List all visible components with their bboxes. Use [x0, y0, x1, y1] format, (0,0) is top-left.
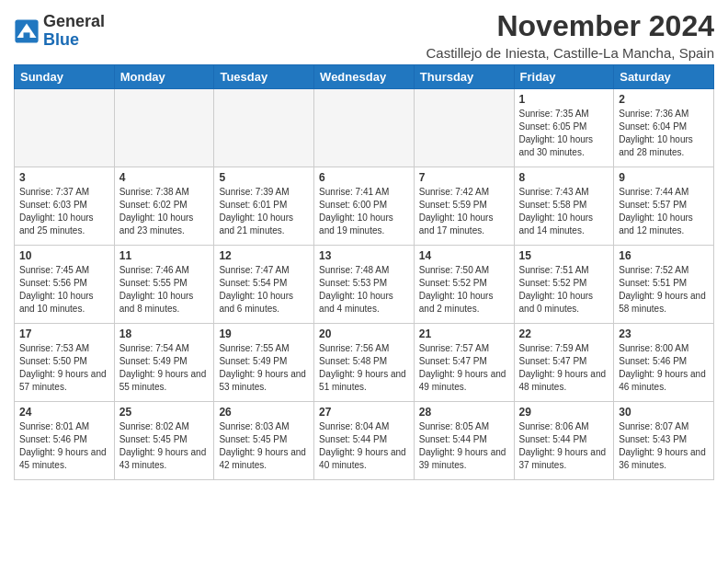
day-cell: 30Sunrise: 8:07 AMSunset: 5:43 PMDayligh… [614, 402, 714, 480]
day-cell [314, 89, 415, 167]
header: General Blue November 2024 Castillejo de… [14, 9, 714, 61]
day-number: 8 [519, 171, 609, 184]
weekday-header-wednesday: Wednesday [314, 65, 415, 89]
day-cell: 7Sunrise: 7:42 AMSunset: 5:59 PMDaylight… [414, 167, 514, 246]
day-info: Sunrise: 7:50 AMSunset: 5:52 PMDaylight:… [419, 264, 509, 316]
day-cell: 18Sunrise: 7:54 AMSunset: 5:49 PMDayligh… [114, 324, 214, 402]
weekday-header-row: SundayMondayTuesdayWednesdayThursdayFrid… [15, 65, 714, 89]
day-number: 2 [619, 93, 709, 106]
day-info: Sunrise: 7:57 AMSunset: 5:47 PMDaylight:… [419, 342, 509, 394]
logo-general: General [43, 13, 105, 31]
day-info: Sunrise: 7:44 AMSunset: 5:57 PMDaylight:… [619, 186, 709, 237]
day-cell: 8Sunrise: 7:43 AMSunset: 5:58 PMDaylight… [514, 167, 614, 246]
day-number: 29 [519, 406, 609, 419]
day-cell: 4Sunrise: 7:38 AMSunset: 6:02 PMDaylight… [114, 167, 214, 246]
day-cell: 14Sunrise: 7:50 AMSunset: 5:52 PMDayligh… [414, 246, 514, 324]
day-info: Sunrise: 8:05 AMSunset: 5:44 PMDaylight:… [419, 420, 509, 472]
day-number: 30 [619, 406, 709, 419]
day-cell: 1Sunrise: 7:35 AMSunset: 6:05 PMDaylight… [514, 89, 614, 167]
week-row-3: 10Sunrise: 7:45 AMSunset: 5:56 PMDayligh… [15, 246, 714, 324]
day-number: 4 [119, 171, 210, 184]
day-info: Sunrise: 7:47 AMSunset: 5:54 PMDaylight:… [219, 264, 309, 316]
day-cell: 25Sunrise: 8:02 AMSunset: 5:45 PMDayligh… [114, 402, 214, 480]
day-cell: 27Sunrise: 8:04 AMSunset: 5:44 PMDayligh… [314, 402, 415, 480]
day-number: 14 [419, 249, 509, 262]
day-cell: 19Sunrise: 7:55 AMSunset: 5:49 PMDayligh… [214, 324, 314, 402]
day-cell: 9Sunrise: 7:44 AMSunset: 5:57 PMDaylight… [614, 167, 714, 246]
day-cell: 20Sunrise: 7:56 AMSunset: 5:48 PMDayligh… [314, 324, 415, 402]
day-cell: 17Sunrise: 7:53 AMSunset: 5:50 PMDayligh… [15, 324, 115, 402]
day-cell: 3Sunrise: 7:37 AMSunset: 6:03 PMDaylight… [15, 167, 115, 246]
day-info: Sunrise: 7:53 AMSunset: 5:50 PMDaylight:… [19, 342, 109, 394]
day-number: 6 [319, 171, 409, 184]
day-info: Sunrise: 8:03 AMSunset: 5:45 PMDaylight:… [219, 420, 309, 472]
day-info: Sunrise: 7:51 AMSunset: 5:52 PMDaylight:… [519, 264, 609, 316]
day-cell: 29Sunrise: 8:06 AMSunset: 5:44 PMDayligh… [514, 402, 614, 480]
day-info: Sunrise: 7:36 AMSunset: 6:04 PMDaylight:… [619, 108, 709, 159]
logo-blue: Blue [43, 31, 105, 50]
weekday-header-monday: Monday [114, 65, 214, 89]
logo-text: General Blue [43, 13, 105, 50]
day-info: Sunrise: 7:38 AMSunset: 6:02 PMDaylight:… [119, 186, 210, 237]
day-number: 26 [219, 406, 309, 419]
day-info: Sunrise: 8:01 AMSunset: 5:46 PMDaylight:… [19, 420, 109, 472]
day-number: 19 [219, 327, 309, 340]
day-cell [414, 89, 514, 167]
day-number: 21 [419, 327, 509, 340]
day-cell: 23Sunrise: 8:00 AMSunset: 5:46 PMDayligh… [614, 324, 714, 402]
day-info: Sunrise: 7:42 AMSunset: 5:59 PMDaylight:… [419, 186, 509, 237]
day-info: Sunrise: 7:35 AMSunset: 6:05 PMDaylight:… [519, 108, 609, 159]
day-cell [114, 89, 214, 167]
day-info: Sunrise: 7:39 AMSunset: 6:01 PMDaylight:… [219, 186, 309, 237]
month-title: November 2024 [427, 9, 715, 43]
day-info: Sunrise: 7:59 AMSunset: 5:47 PMDaylight:… [519, 342, 609, 394]
day-info: Sunrise: 7:45 AMSunset: 5:56 PMDaylight:… [19, 264, 109, 316]
day-cell: 13Sunrise: 7:48 AMSunset: 5:53 PMDayligh… [314, 246, 415, 324]
day-number: 28 [419, 406, 509, 419]
day-cell: 12Sunrise: 7:47 AMSunset: 5:54 PMDayligh… [214, 246, 314, 324]
day-number: 16 [619, 249, 709, 262]
day-number: 12 [219, 249, 309, 262]
day-info: Sunrise: 7:52 AMSunset: 5:51 PMDaylight:… [619, 264, 709, 316]
day-info: Sunrise: 8:06 AMSunset: 5:44 PMDaylight:… [519, 420, 609, 472]
day-info: Sunrise: 7:54 AMSunset: 5:49 PMDaylight:… [119, 342, 210, 394]
day-cell: 21Sunrise: 7:57 AMSunset: 5:47 PMDayligh… [414, 324, 514, 402]
svg-rect-2 [24, 32, 30, 39]
day-info: Sunrise: 7:55 AMSunset: 5:49 PMDaylight:… [219, 342, 309, 394]
day-info: Sunrise: 7:48 AMSunset: 5:53 PMDaylight:… [319, 264, 409, 316]
location-title: Castillejo de Iniesta, Castille-La Manch… [427, 45, 715, 61]
calendar-table: SundayMondayTuesdayWednesdayThursdayFrid… [14, 64, 714, 480]
day-cell [15, 89, 115, 167]
day-info: Sunrise: 8:07 AMSunset: 5:43 PMDaylight:… [619, 420, 709, 472]
day-cell: 16Sunrise: 7:52 AMSunset: 5:51 PMDayligh… [614, 246, 714, 324]
week-row-4: 17Sunrise: 7:53 AMSunset: 5:50 PMDayligh… [15, 324, 714, 402]
day-info: Sunrise: 7:41 AMSunset: 6:00 PMDaylight:… [319, 186, 409, 237]
day-cell: 22Sunrise: 7:59 AMSunset: 5:47 PMDayligh… [514, 324, 614, 402]
day-number: 3 [19, 171, 109, 184]
day-cell: 6Sunrise: 7:41 AMSunset: 6:00 PMDaylight… [314, 167, 415, 246]
day-number: 15 [519, 249, 609, 262]
title-area: November 2024 Castillejo de Iniesta, Cas… [427, 9, 715, 61]
day-cell: 10Sunrise: 7:45 AMSunset: 5:56 PMDayligh… [15, 246, 115, 324]
day-info: Sunrise: 8:04 AMSunset: 5:44 PMDaylight:… [319, 420, 409, 472]
logo-icon [14, 18, 40, 44]
weekday-header-thursday: Thursday [414, 65, 514, 89]
day-cell: 15Sunrise: 7:51 AMSunset: 5:52 PMDayligh… [514, 246, 614, 324]
day-info: Sunrise: 8:00 AMSunset: 5:46 PMDaylight:… [619, 342, 709, 394]
day-info: Sunrise: 7:56 AMSunset: 5:48 PMDaylight:… [319, 342, 409, 394]
day-info: Sunrise: 8:02 AMSunset: 5:45 PMDaylight:… [119, 420, 210, 472]
day-number: 24 [19, 406, 109, 419]
day-info: Sunrise: 7:37 AMSunset: 6:03 PMDaylight:… [19, 186, 109, 237]
day-number: 10 [19, 249, 109, 262]
day-number: 7 [419, 171, 509, 184]
day-cell: 5Sunrise: 7:39 AMSunset: 6:01 PMDaylight… [214, 167, 314, 246]
weekday-header-friday: Friday [514, 65, 614, 89]
day-number: 5 [219, 171, 309, 184]
week-row-1: 1Sunrise: 7:35 AMSunset: 6:05 PMDaylight… [15, 89, 714, 167]
day-cell: 11Sunrise: 7:46 AMSunset: 5:55 PMDayligh… [114, 246, 214, 324]
day-cell: 2Sunrise: 7:36 AMSunset: 6:04 PMDaylight… [614, 89, 714, 167]
week-row-5: 24Sunrise: 8:01 AMSunset: 5:46 PMDayligh… [15, 402, 714, 480]
day-number: 22 [519, 327, 609, 340]
day-cell: 26Sunrise: 8:03 AMSunset: 5:45 PMDayligh… [214, 402, 314, 480]
day-number: 18 [119, 327, 210, 340]
